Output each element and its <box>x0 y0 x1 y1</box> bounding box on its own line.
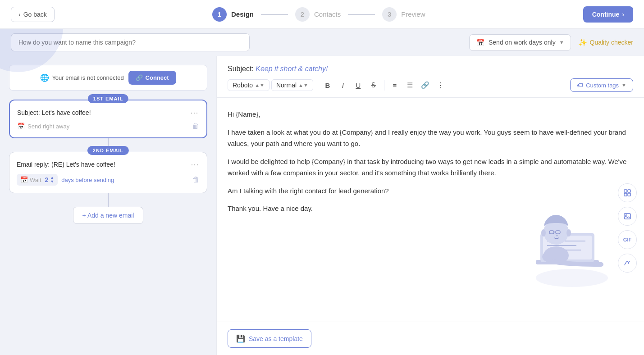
svg-rect-0 <box>624 190 627 192</box>
left-panel: 🌐 Your email is not connected 🔗 Connect … <box>0 56 216 355</box>
go-back-button[interactable]: ‹ Go back <box>11 7 55 22</box>
steps-indicator: 1 Design 2 Contacts 3 Preview <box>212 7 425 22</box>
save-template-label: Save as a template <box>249 335 303 342</box>
email-paragraph-1: I have taken a look at what you do at {C… <box>228 127 633 150</box>
illustration <box>482 188 608 291</box>
bold-button[interactable]: B <box>321 78 334 92</box>
globe-icon: 🌐 <box>40 73 49 82</box>
quality-checker-label: Quality checker <box>590 39 633 46</box>
work-days-button[interactable]: 📅 Send on work days only ▼ <box>469 34 571 51</box>
editor-body[interactable]: Hi {Name}, I have taken a look at what y… <box>217 98 644 322</box>
size-chevron-icon: ▲▼ <box>298 82 308 88</box>
add-new-email-button[interactable]: + Add a new email <box>73 207 144 224</box>
trash-icon-second[interactable]: 🗑 <box>192 176 200 184</box>
svg-point-20 <box>566 229 571 237</box>
step-design: 1 Design <box>212 7 254 22</box>
step-3-circle: 3 <box>382 7 397 22</box>
size-label: Normal <box>276 82 297 89</box>
editor-toolbar: Roboto ▲▼ Normal ▲▼ B I U S̲ ≡ ☰ 🔗 ⋮ 🏷 <box>228 78 633 92</box>
chevron-down-icon: ▼ <box>559 40 564 45</box>
right-panel: Subject: Keep it short & catchy! Roboto … <box>216 56 644 355</box>
first-email-menu-icon[interactable]: ⋯ <box>190 108 199 118</box>
subject-placeholder-text[interactable]: Keep it short & catchy! <box>256 65 328 73</box>
main-layout: 🌐 Your email is not connected 🔗 Connect … <box>0 56 644 355</box>
chevron-left-icon: ‹ <box>18 11 21 18</box>
layout-icon-button[interactable] <box>618 183 637 202</box>
second-bar: 📅 Send on work days only ▼ ✨ Quality che… <box>0 29 644 56</box>
wait-label: Wait <box>30 177 41 183</box>
svg-point-5 <box>626 214 627 216</box>
second-email-card: 2ND EMAIL Email reply: (RE) Let's have c… <box>9 152 207 193</box>
italic-button[interactable]: I <box>336 78 350 92</box>
image-icon-button[interactable] <box>618 207 637 226</box>
top-navigation: ‹ Go back 1 Design 2 Contacts 3 Preview … <box>0 0 644 29</box>
email-paragraph-2: I would be delighted to help {Company} i… <box>228 156 633 179</box>
svg-rect-1 <box>628 190 630 192</box>
step-preview: 3 Preview <box>382 7 425 22</box>
subject-label-text: Subject: <box>228 65 254 73</box>
gif-icon-button[interactable]: GIF <box>618 230 637 249</box>
send-right-away-text: Send right away <box>27 123 69 130</box>
step-sep-1 <box>261 14 288 15</box>
svg-rect-4 <box>624 214 630 219</box>
connect-label: Connect <box>146 74 169 81</box>
not-connected-text: Your email is not connected <box>52 74 123 81</box>
email-greeting: Hi {Name}, <box>228 109 633 120</box>
step-1-circle: 1 <box>212 7 227 22</box>
side-icon-panel: GIF <box>618 183 637 273</box>
strikethrough-button[interactable]: S̲ <box>367 78 380 92</box>
underline-button[interactable]: U <box>352 78 365 92</box>
step-2-label: Contacts <box>314 10 341 18</box>
wait-stepper[interactable]: ▲ ▼ <box>50 176 54 184</box>
toolbar-divider-1 <box>317 80 317 91</box>
size-selector[interactable]: Normal ▲▼ <box>271 79 313 91</box>
second-email-header: Email reply: (RE) Let's have coffee! ⋯ <box>17 159 200 169</box>
step-2-circle: 2 <box>295 7 310 22</box>
connector-line-2 <box>108 193 109 207</box>
wait-number: 2 <box>45 176 49 183</box>
step-3-label: Preview <box>401 10 425 18</box>
unordered-list-button[interactable]: ☰ <box>403 78 417 92</box>
signature-icon-button[interactable] <box>618 254 637 273</box>
calendar-icon: 📅 <box>476 38 485 47</box>
continue-button[interactable]: Continue › <box>583 6 633 23</box>
custom-tags-label: Custom tags <box>586 82 619 89</box>
editor-top: Subject: Keep it short & catchy! Roboto … <box>217 56 644 98</box>
continue-label: Continue <box>592 11 620 18</box>
second-email-menu-icon[interactable]: ⋯ <box>191 159 200 169</box>
tag-icon: 🏷 <box>577 82 583 89</box>
custom-tags-button[interactable]: 🏷 Custom tags ▼ <box>570 78 633 92</box>
subject-row: Subject: Keep it short & catchy! <box>228 65 633 73</box>
trash-icon-first[interactable]: 🗑 <box>192 122 199 130</box>
more-button[interactable]: ⋮ <box>434 78 448 92</box>
second-email-label: 2ND EMAIL <box>87 146 129 155</box>
second-email-subject: Email reply: (RE) Let's have coffee! <box>17 161 115 168</box>
connect-button[interactable]: 🔗 Connect <box>128 71 176 85</box>
custom-tags-chevron-icon: ▼ <box>621 82 626 88</box>
editor-bottom: 💾 Save as a template <box>217 322 644 355</box>
calendar-wait-icon: 📅 <box>20 176 28 183</box>
first-email-card: 1ST EMAIL Subject: Let's have coffee! ⋯ … <box>9 100 207 138</box>
svg-rect-3 <box>628 193 630 196</box>
save-template-button[interactable]: 💾 Save as a template <box>228 329 311 348</box>
go-back-label: Go back <box>23 11 47 18</box>
font-chevron-icon: ▲▼ <box>255 82 265 88</box>
font-selector[interactable]: Roboto ▲▼ <box>228 79 269 91</box>
work-days-label: Send on work days only <box>489 39 556 46</box>
svg-point-19 <box>541 229 546 237</box>
email-connection-bar: 🌐 Your email is not connected 🔗 Connect <box>9 65 207 91</box>
link-icon: 🔗 <box>136 74 143 81</box>
svg-point-18 <box>556 235 558 236</box>
step-sep-2 <box>348 14 375 15</box>
quality-checker-button[interactable]: ✨ Quality checker <box>578 38 633 47</box>
first-email-subject: Subject: Let's have coffee! <box>17 109 91 116</box>
first-email-timing: 📅 Send right away 🗑 <box>17 122 199 130</box>
save-icon: 💾 <box>236 334 245 343</box>
link-button[interactable]: 🔗 <box>419 78 432 92</box>
step-contacts: 2 Contacts <box>295 7 341 22</box>
chevron-right-icon: › <box>622 11 624 18</box>
step-1-label: Design <box>231 10 254 18</box>
days-before-text: days before sending <box>61 177 114 183</box>
toolbar-divider-2 <box>384 80 384 91</box>
ordered-list-button[interactable]: ≡ <box>388 78 402 92</box>
